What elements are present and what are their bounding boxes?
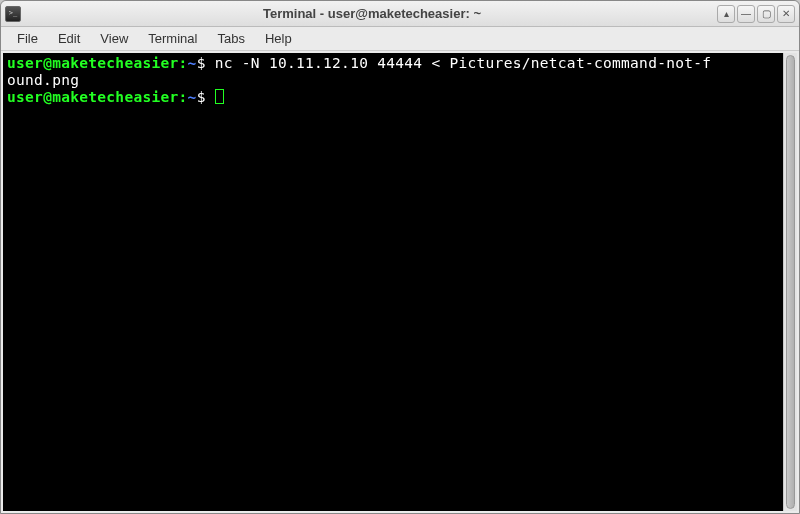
prompt-user-2: user xyxy=(7,89,43,105)
minimize-button[interactable]: — xyxy=(737,5,755,23)
menu-help[interactable]: Help xyxy=(255,28,302,49)
scrollbar-thumb[interactable] xyxy=(786,55,795,509)
menu-edit[interactable]: Edit xyxy=(48,28,90,49)
terminal-window: Terminal - user@maketecheasier: ~ ▴ — ▢ … xyxy=(0,0,800,514)
titlebar[interactable]: Terminal - user@maketecheasier: ~ ▴ — ▢ … xyxy=(1,1,799,27)
command-line-2: ound.png xyxy=(7,72,79,88)
terminal-icon xyxy=(5,6,21,22)
menu-terminal[interactable]: Terminal xyxy=(138,28,207,49)
menu-tabs[interactable]: Tabs xyxy=(207,28,254,49)
scrollbar[interactable] xyxy=(783,53,797,511)
prompt-host: maketecheasier xyxy=(52,55,178,71)
prompt-colon: : xyxy=(179,55,188,71)
menu-file[interactable]: File xyxy=(7,28,48,49)
prompt-path: ~ xyxy=(188,55,197,71)
window-controls: ▴ — ▢ ✕ xyxy=(717,5,795,23)
command-line-1: nc -N 10.11.12.10 44444 < Pictures/netca… xyxy=(215,55,712,71)
prompt-dollar-2: $ xyxy=(197,89,215,105)
maximize-button[interactable]: ▢ xyxy=(757,5,775,23)
close-button[interactable]: ✕ xyxy=(777,5,795,23)
prompt-at: @ xyxy=(43,55,52,71)
terminal-container: user@maketecheasier:~$ nc -N 10.11.12.10… xyxy=(1,51,799,513)
prompt-path-2: ~ xyxy=(188,89,197,105)
menubar: File Edit View Terminal Tabs Help xyxy=(1,27,799,51)
window-title: Terminal - user@maketecheasier: ~ xyxy=(27,6,717,21)
shade-button[interactable]: ▴ xyxy=(717,5,735,23)
prompt-colon-2: : xyxy=(179,89,188,105)
menu-view[interactable]: View xyxy=(90,28,138,49)
prompt-at-2: @ xyxy=(43,89,52,105)
prompt-host-2: maketecheasier xyxy=(52,89,178,105)
cursor xyxy=(215,89,224,104)
prompt-user: user xyxy=(7,55,43,71)
prompt-dollar: $ xyxy=(197,55,215,71)
terminal-output[interactable]: user@maketecheasier:~$ nc -N 10.11.12.10… xyxy=(3,53,783,511)
